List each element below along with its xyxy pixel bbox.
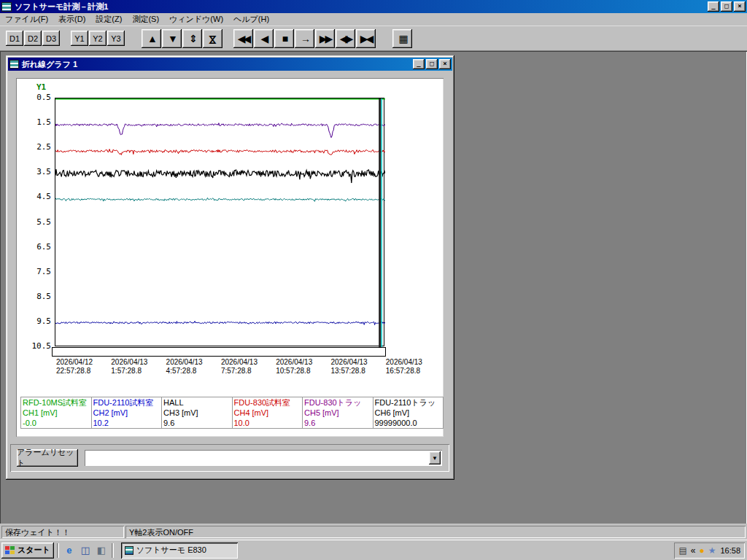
tray-icon-area: ▤«●★ [678, 545, 716, 556]
scroll-down-button-glyph: ▼ [168, 33, 176, 44]
x-tick-time: 10:57:28.8 [276, 367, 312, 376]
scroll-down-button[interactable]: ▼ [162, 29, 182, 48]
alarm-combobox[interactable]: ▼ [85, 450, 442, 466]
alarm-combo-value[interactable] [86, 451, 428, 464]
alarm-reset-button[interactable]: アラームリセット [17, 449, 78, 467]
series-CH4 [55, 149, 385, 155]
windows-logo-icon [5, 546, 15, 555]
graph-button[interactable]: ▦ [392, 29, 412, 48]
legend-cell-ch1: RFD-10MS試料室CH1 [mV]-0.0 [20, 397, 92, 429]
desktop-icon[interactable]: ◧ [94, 543, 109, 558]
y-tick-5.5: 5.5 [19, 217, 51, 227]
rewind-button[interactable]: ◀◀ [233, 29, 253, 48]
x-tick-time: 1:57:28.8 [111, 367, 147, 376]
graph-close-button[interactable]: × [439, 59, 451, 69]
scroll-updown-button-glyph: ⇕ [189, 33, 196, 44]
legend-cell-ch3: HALLCH3 [mV]9.6 [162, 397, 233, 429]
system-tray: ▤«●★ 16:58 [674, 542, 745, 559]
d3-button[interactable]: D3 [42, 31, 60, 46]
legend-value: 10.2 [93, 418, 162, 428]
legend-device: FDU-830トラッ [304, 397, 373, 408]
y3-button[interactable]: Y3 [107, 31, 125, 46]
mail-icon[interactable]: ◫ [78, 543, 93, 558]
stop-button[interactable]: ■ [274, 29, 294, 48]
start-button-label: スタート [18, 545, 50, 556]
x-tick-2: 2026/04/134:57:28.8 [166, 358, 203, 376]
shrink-x-button[interactable]: ▶◀ [356, 29, 376, 48]
x-tick-date: 2026/04/13 [276, 358, 312, 367]
y1-button[interactable]: Y1 [71, 31, 88, 46]
play-button[interactable]: → [295, 29, 314, 48]
taskbar: スタート e◫◧ ソフトサーモ E830 ▤«●★ 16:58 [0, 540, 747, 560]
menu-item-file[interactable]: ファイル(F) [0, 12, 53, 26]
d1-button[interactable]: D1 [6, 31, 23, 46]
x-tick-5: 2026/04/1313:57:28.8 [331, 358, 368, 376]
task-button-softthermo[interactable]: ソフトサーモ E830 [121, 542, 238, 559]
x-tick-time: 7:57:28.8 [221, 367, 258, 376]
combo-dropdown-arrow[interactable]: ▼ [429, 451, 441, 464]
fast-forward-button[interactable]: ▶▶ [315, 29, 335, 48]
step-back-button[interactable]: ◀ [254, 29, 274, 48]
axis-button-group: Y1Y2Y3 [71, 31, 125, 46]
y-tick-8.5: 8.5 [19, 292, 51, 301]
main-window-title: ソフトサーモ計測－計測1 [15, 1, 706, 12]
close-button[interactable]: × [734, 1, 746, 12]
plot-area [55, 98, 384, 346]
legend-cell-ch2: FDU-2110試料室CH2 [mV]10.2 [92, 397, 163, 429]
rewind-button-glyph: ◀◀ [238, 33, 249, 44]
series-CH6 [55, 321, 385, 324]
graph-window-icon [9, 60, 19, 69]
y-tick-9.5: 9.5 [19, 316, 51, 326]
x-tick-time: 13:57:28.8 [331, 367, 368, 376]
hide-icons-chevron[interactable]: « [691, 545, 696, 556]
time-cursor [379, 98, 381, 347]
ie-icon[interactable]: e [62, 543, 77, 558]
time-indicator-strip [52, 347, 386, 357]
alert-tray-icon[interactable]: ● [699, 545, 704, 556]
minimize-button[interactable]: _ [708, 1, 719, 12]
legend-device: FDU-2110試料室 [93, 397, 162, 408]
status-hint: Y軸2表示ON/OFF [125, 526, 746, 538]
y2-button[interactable]: Y2 [89, 31, 107, 46]
quick-launch-bar: e◫◧ [62, 543, 109, 558]
x-tick-3: 2026/04/137:57:28.8 [221, 358, 258, 376]
scroll-updown-button[interactable]: ⇕ [182, 29, 202, 48]
app-icon [1, 2, 12, 12]
device-tray-icon[interactable]: ▤ [678, 545, 686, 556]
time-span-button[interactable]: ⋈ [203, 29, 222, 48]
y-tick-4.5: 4.5 [19, 192, 51, 201]
menu-bar: ファイル(F)表示(D)設定(Z)測定(S)ウィンドウ(W)ヘルプ(H) [0, 13, 747, 26]
menu-item-window[interactable]: ウィンドウ(W) [164, 12, 228, 26]
task-button-icon [125, 546, 133, 555]
expand-x-button[interactable]: ◀▶ [336, 29, 355, 48]
d2-button[interactable]: D2 [24, 31, 42, 46]
maximize-button[interactable]: □ [721, 1, 732, 12]
graph-window-titlebar[interactable]: 折れ線グラフ 1 _ □ × [8, 58, 452, 71]
graph-button-glyph: ▦ [398, 33, 406, 44]
x-tick-4: 2026/04/1310:57:28.8 [276, 358, 312, 376]
y-tick-0.5: 0.5 [19, 93, 51, 102]
legend-value: -0.0 [23, 418, 91, 428]
graph-minimize-button[interactable]: _ [413, 59, 425, 69]
menu-item-measure[interactable]: 測定(S) [127, 12, 164, 26]
graph-maximize-button[interactable]: □ [426, 59, 438, 69]
y-tick-3.5: 3.5 [19, 167, 51, 176]
x-tick-date: 2026/04/13 [111, 358, 147, 367]
main-titlebar: ソフトサーモ計測－計測1 _ □ × [0, 0, 747, 13]
legend-value: 10.0 [234, 418, 303, 428]
series-CH2 [55, 123, 385, 138]
x-tick-date: 2026/04/12 [56, 358, 93, 367]
legend-channel: CH3 [mV] [163, 408, 232, 418]
menu-item-view[interactable]: 表示(D) [53, 12, 90, 26]
start-button[interactable]: スタート [1, 542, 54, 559]
taskbar-divider [112, 543, 114, 558]
menu-item-help[interactable]: ヘルプ(H) [228, 12, 274, 26]
legend-value: 99999000.0 [375, 418, 444, 428]
fast-forward-button-glyph: ▶▶ [320, 33, 331, 44]
ime-tray-icon[interactable]: ★ [708, 545, 716, 556]
x-tick-date: 2026/04/13 [331, 358, 368, 367]
series-CH5 [55, 198, 385, 201]
menu-item-settings[interactable]: 設定(Z) [90, 12, 127, 26]
scroll-up-button[interactable]: ▲ [142, 29, 161, 48]
x-tick-0: 2026/04/1222:57:28.8 [56, 358, 93, 376]
